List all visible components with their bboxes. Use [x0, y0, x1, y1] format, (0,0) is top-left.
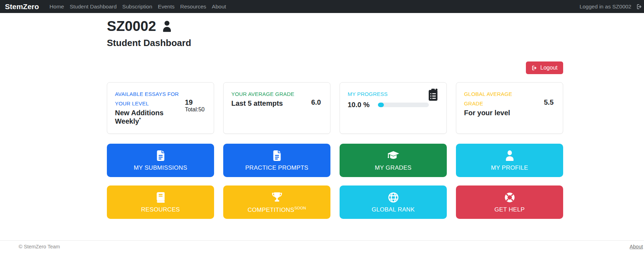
nav-link-resources[interactable]: Resources: [177, 4, 209, 10]
card-text-block: GLOBAL AVERAGE GRADE For your level: [464, 89, 529, 127]
action-label: MY PROFILE: [491, 164, 528, 171]
action-label: COMPETITIONSSOON: [247, 206, 306, 214]
card-value-block: 5.5: [544, 98, 555, 127]
progress-row: 10.0 %: [348, 101, 439, 109]
card-value-block: 19 Total:50: [185, 98, 206, 127]
actions-row-1: MY SUBMISSIONS PRACTICE PROMPTS MY GRADE…: [107, 144, 563, 177]
nav-link-events[interactable]: Events: [155, 4, 177, 10]
action-label: GLOBAL RANK: [372, 206, 415, 213]
stat-card-available-essays: AVAILABLE ESSAYS FOR YOUR LEVEL New Addi…: [107, 82, 214, 134]
life-ring-icon: [503, 191, 516, 204]
get-help-button[interactable]: GET HELP: [456, 185, 563, 219]
actions-row-2: RESOURCES COMPETITIONSSOON GLOBAL RANK: [107, 185, 563, 219]
nav-link-home[interactable]: Home: [47, 4, 67, 10]
nav-link-student-dashboard[interactable]: Student Dashboard: [67, 4, 120, 10]
practice-prompts-button[interactable]: PRACTICE PROMPTS: [223, 144, 330, 177]
logged-in-text: Logged in as SZ0002: [580, 4, 631, 10]
user-icon: [503, 149, 516, 162]
document-icon: [154, 149, 167, 162]
card-title: GLOBAL AVERAGE GRADE: [464, 89, 529, 108]
action-label: MY SUBMISSIONS: [134, 164, 187, 171]
logout-icon[interactable]: [636, 4, 643, 10]
stat-card-progress: MY PROGRESS 10.0 %: [340, 82, 447, 134]
card-subtitle: For your level: [464, 109, 529, 117]
card-title: YOUR AVERAGE GRADE: [231, 89, 294, 99]
resources-button[interactable]: RESOURCES: [107, 185, 214, 219]
nav-link-about[interactable]: About: [209, 4, 229, 10]
navbar: StemZero Home Student Dashboard Subscrip…: [0, 0, 644, 13]
nav-link-subscription[interactable]: Subscription: [120, 4, 155, 10]
action-label: RESOURCES: [141, 206, 180, 213]
card-text-block: AVAILABLE ESSAYS FOR YOUR LEVEL New Addi…: [115, 89, 180, 127]
document-icon: [271, 149, 283, 162]
soon-badge: SOON: [294, 206, 306, 210]
footer-about-link[interactable]: About: [630, 244, 643, 249]
competitions-button[interactable]: COMPETITIONSSOON: [223, 185, 330, 219]
stat-card-average-grade: YOUR AVERAGE GRADE Last 5 attempts 6.0: [223, 82, 330, 134]
footer: © StemZero Team About: [0, 240, 644, 254]
available-count: 19: [185, 98, 205, 106]
navbar-right: Logged in as SZ0002: [580, 4, 639, 10]
logout-row: Logout: [107, 61, 563, 74]
card-text-block: YOUR AVERAGE GRADE Last 5 attempts: [231, 89, 294, 127]
stat-card-global-average: GLOBAL AVERAGE GRADE For your level 5.5: [456, 82, 563, 134]
progress-bar: [378, 103, 429, 107]
action-label: PRACTICE PROMPTS: [245, 164, 309, 171]
page-title: SZ0002: [107, 19, 156, 33]
action-label: GET HELP: [494, 206, 524, 213]
card-title: MY PROGRESS: [348, 89, 439, 99]
my-submissions-button[interactable]: MY SUBMISSIONS: [107, 144, 214, 177]
global-average-value: 5.5: [544, 98, 554, 106]
my-grades-button[interactable]: MY GRADES: [340, 144, 447, 177]
available-total: Total:50: [185, 106, 205, 113]
globe-icon: [387, 191, 400, 204]
stats-row: AVAILABLE ESSAYS FOR YOUR LEVEL New Addi…: [107, 82, 563, 134]
logout-icon: [532, 65, 537, 71]
copyright-text: © StemZero Team: [19, 244, 60, 249]
card-subtitle: Last 5 attempts: [231, 99, 294, 108]
card-subtitle: New Additions Weekly*: [115, 109, 180, 125]
book-icon: [154, 191, 167, 204]
graduation-cap-icon: [387, 149, 400, 162]
my-profile-button[interactable]: MY PROFILE: [456, 144, 563, 177]
logout-label: Logout: [540, 65, 558, 71]
average-grade-value: 6.0: [311, 98, 321, 106]
logout-button[interactable]: Logout: [526, 61, 563, 74]
progress-value: 10.0 %: [348, 101, 369, 109]
action-label: MY GRADES: [375, 164, 411, 171]
main-content: SZ0002 Student Dashboard Logout AVAILABL…: [107, 19, 563, 219]
page-subtitle: Student Dashboard: [107, 38, 563, 48]
nav-links: Home Student Dashboard Subscription Even…: [47, 4, 229, 10]
trophy-icon: [271, 191, 283, 203]
page-title-row: SZ0002: [107, 19, 563, 33]
progress-bar-fill: [378, 103, 384, 107]
global-rank-button[interactable]: GLOBAL RANK: [340, 185, 447, 219]
card-title: AVAILABLE ESSAYS FOR YOUR LEVEL: [115, 89, 180, 108]
user-icon: [160, 20, 174, 33]
card-value-block: 6.0: [311, 98, 322, 127]
clipboard-list-icon: [427, 88, 439, 103]
card-subtitle-note: *: [139, 117, 141, 122]
brand-logo[interactable]: StemZero: [5, 2, 39, 11]
action-label-text: COMPETITIONS: [247, 207, 294, 213]
